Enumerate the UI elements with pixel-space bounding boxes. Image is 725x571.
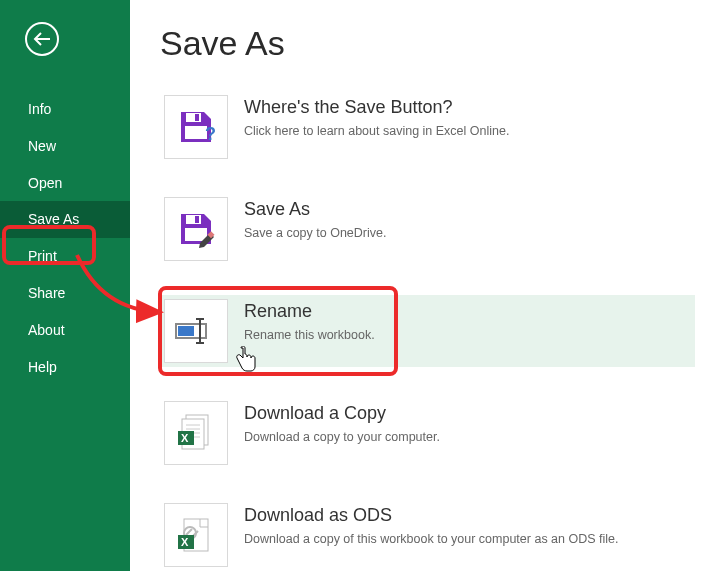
back-button[interactable] bbox=[25, 22, 59, 56]
menu-item-save-as[interactable]: Save As bbox=[0, 201, 130, 238]
option-download-copy[interactable]: X Download a Copy Download a copy to you… bbox=[160, 397, 695, 469]
option-rename[interactable]: Rename Rename this workbook. bbox=[160, 295, 695, 367]
menu-label: Help bbox=[28, 359, 57, 375]
svg-rect-9 bbox=[178, 326, 194, 336]
menu-item-share[interactable]: Share bbox=[0, 275, 130, 312]
menu-item-new[interactable]: New bbox=[0, 128, 130, 165]
svg-text:?: ? bbox=[205, 124, 216, 144]
menu-label: New bbox=[28, 138, 56, 154]
option-title: Download a Copy bbox=[244, 403, 440, 424]
backstage-sidebar: Info New Open Save As Print Share About … bbox=[0, 0, 130, 571]
svg-rect-2 bbox=[185, 126, 207, 139]
option-title: Where's the Save Button? bbox=[244, 97, 509, 118]
option-desc: Rename this workbook. bbox=[244, 328, 375, 342]
option-desc: Download a copy to your computer. bbox=[244, 430, 440, 444]
menu-item-about[interactable]: About bbox=[0, 312, 130, 349]
menu-item-info[interactable]: Info bbox=[0, 91, 130, 128]
option-title: Rename bbox=[244, 301, 375, 322]
menu-item-help[interactable]: Help bbox=[0, 349, 130, 386]
menu-label: Share bbox=[28, 285, 65, 301]
download-copy-icon: X bbox=[164, 401, 228, 465]
option-desc: Click here to learn about saving in Exce… bbox=[244, 124, 509, 138]
option-title: Download as ODS bbox=[244, 505, 619, 526]
download-ods-icon: X bbox=[164, 503, 228, 567]
svg-text:X: X bbox=[181, 536, 189, 548]
backstage-menu: Info New Open Save As Print Share About … bbox=[0, 91, 130, 385]
option-download-ods[interactable]: X Download as ODS Download a copy of thi… bbox=[160, 499, 695, 571]
menu-label: Info bbox=[28, 101, 51, 117]
menu-label: Save As bbox=[28, 211, 79, 227]
menu-item-open[interactable]: Open bbox=[0, 165, 130, 202]
svg-rect-1 bbox=[195, 114, 199, 121]
save-pencil-icon bbox=[164, 197, 228, 261]
menu-label: About bbox=[28, 322, 65, 338]
menu-label: Open bbox=[28, 175, 62, 191]
menu-label: Print bbox=[28, 248, 57, 264]
option-desc: Download a copy of this workbook to your… bbox=[244, 532, 619, 546]
save-question-icon: ? bbox=[164, 95, 228, 159]
page-title: Save As bbox=[160, 24, 695, 63]
rename-icon bbox=[164, 299, 228, 363]
option-desc: Save a copy to OneDrive. bbox=[244, 226, 386, 240]
option-save-as[interactable]: Save As Save a copy to OneDrive. bbox=[160, 193, 695, 265]
option-save-button-help[interactable]: ? Where's the Save Button? Click here to… bbox=[160, 91, 695, 163]
backstage-content: Save As ? Where's the Save Button? Click… bbox=[130, 0, 725, 571]
menu-item-print[interactable]: Print bbox=[0, 238, 130, 275]
svg-rect-6 bbox=[185, 228, 207, 241]
back-arrow-icon bbox=[33, 32, 51, 46]
svg-rect-5 bbox=[195, 216, 199, 223]
svg-text:X: X bbox=[181, 432, 189, 444]
option-title: Save As bbox=[244, 199, 386, 220]
